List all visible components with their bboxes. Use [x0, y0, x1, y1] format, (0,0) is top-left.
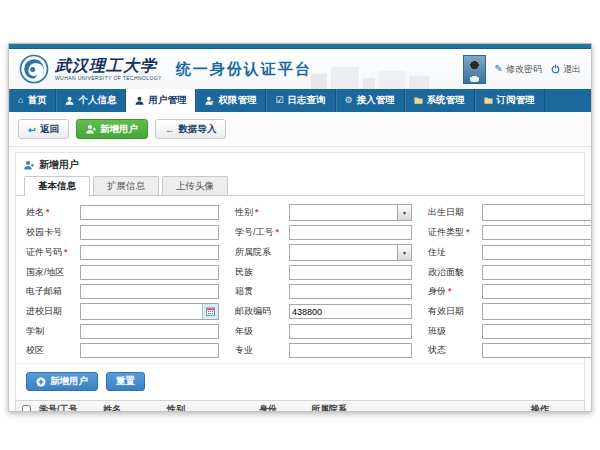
university-logo-icon: [19, 54, 49, 84]
department-select[interactable]: ▼: [289, 244, 412, 261]
folder-icon: [484, 96, 493, 105]
field-label: 电子邮箱: [26, 286, 62, 296]
required-marker: *: [64, 247, 68, 257]
schooling-length-input[interactable]: [80, 324, 219, 339]
schooling-length-field: 学制: [26, 324, 219, 339]
app-window: 武汉理工大学 WUHAN UNIVERSITY OF TECHNOLOGY 统一…: [8, 43, 592, 412]
pencil-icon: ✎: [495, 64, 503, 74]
submit-add-user-button[interactable]: 新增用户: [26, 372, 98, 391]
nav-item-system-management[interactable]: 系统管理: [405, 89, 475, 112]
reset-button[interactable]: 重置: [106, 372, 145, 391]
field-label: 年级: [235, 326, 253, 336]
caret-down-icon: ▼: [397, 205, 411, 220]
nav-item-home[interactable]: ⌂ 首页: [9, 89, 56, 112]
id-type-field: 证件类型*: [428, 225, 592, 240]
ethnicity-input[interactable]: [289, 265, 412, 280]
valid-date-field: 有效日期: [428, 303, 592, 320]
id-type-input[interactable]: [482, 225, 592, 240]
back-icon: ↩: [28, 124, 36, 135]
status-input[interactable]: [482, 343, 592, 358]
column-department: 所属院系: [308, 403, 528, 413]
tab-upload-avatar[interactable]: 上传头像: [162, 176, 228, 195]
reset-label: 重置: [116, 375, 135, 388]
user-icon: [135, 96, 144, 105]
university-name-en: WUHAN UNIVERSITY OF TECHNOLOGY: [55, 76, 162, 81]
campus-card-input[interactable]: [80, 225, 219, 240]
birth-date-input[interactable]: [483, 205, 592, 220]
nav-item-subscription-management[interactable]: 订阅管理: [475, 89, 545, 112]
form-tabs: 基本信息 扩展信息 上传头像: [16, 176, 584, 196]
field-label: 籍贯: [235, 286, 253, 296]
student-id-field: 学号/工号*: [235, 225, 412, 240]
caret-down-icon: ▼: [397, 245, 411, 260]
change-password-link[interactable]: ✎ 修改密码: [495, 63, 542, 76]
class-field: 班级: [428, 324, 592, 339]
user-table: 学号/工号 姓名 性别 身份 所属院系 操作: [15, 400, 585, 412]
field-label: 民族: [235, 267, 253, 277]
user-avatar[interactable]: [463, 55, 486, 84]
nav-item-user-management[interactable]: 用户管理: [126, 89, 196, 112]
major-field: 专业: [235, 343, 412, 358]
user-plus-icon: [86, 124, 96, 134]
data-import-label: 数据导入: [178, 123, 216, 136]
field-label: 状态: [428, 345, 446, 355]
add-user-toolbar-button[interactable]: 新增用户: [76, 119, 148, 139]
select-all-checkbox[interactable]: [22, 405, 31, 413]
nav-item-access-management[interactable]: ⚙ 接入管理: [336, 89, 405, 112]
postal-code-input[interactable]: [289, 304, 412, 319]
id-number-input[interactable]: [80, 245, 219, 260]
email-input[interactable]: [80, 284, 219, 299]
political-status-input[interactable]: [482, 265, 592, 280]
logout-link[interactable]: 退出: [551, 63, 581, 76]
import-icon: ←: [165, 124, 175, 135]
major-input[interactable]: [289, 343, 412, 358]
enroll-date-input[interactable]: [81, 304, 202, 319]
field-label: 班级: [428, 326, 446, 336]
calendar-icon[interactable]: [202, 304, 218, 319]
department-field: 所属院系 ▼: [235, 244, 412, 261]
nav-label: 系统管理: [427, 94, 465, 107]
brand-block: 武汉理工大学 WUHAN UNIVERSITY OF TECHNOLOGY: [55, 58, 162, 81]
required-marker: *: [255, 207, 259, 217]
name-field: 姓名*: [26, 204, 219, 221]
column-gender: 性别: [164, 403, 256, 413]
university-name: 武汉理工大学: [55, 58, 162, 74]
data-import-button[interactable]: ← 数据导入: [155, 119, 227, 139]
nav-item-permission-management[interactable]: 权限管理: [196, 89, 266, 112]
political-status-field: 政治面貌: [428, 265, 592, 280]
native-place-input[interactable]: [289, 284, 412, 299]
tab-extended-info[interactable]: 扩展信息: [93, 176, 159, 195]
basic-info-form: 姓名* 性别* ▼ 出生日期 校园卡号 学号/工号*: [16, 196, 584, 363]
tab-basic-info[interactable]: 基本信息: [24, 176, 90, 196]
field-label: 政治面貌: [428, 267, 464, 277]
nav-label: 日志查询: [288, 94, 326, 107]
campus-input[interactable]: [80, 343, 219, 358]
add-user-plus-icon: [24, 160, 34, 170]
nav-item-personal-info[interactable]: 个人信息: [56, 89, 126, 112]
nav-label: 订阅管理: [497, 94, 535, 107]
field-label: 有效日期: [428, 306, 464, 316]
country-region-field: 国家/地区: [26, 265, 219, 280]
country-region-input[interactable]: [80, 265, 219, 280]
campus-field: 校区: [26, 343, 219, 358]
toolbar: ↩ 返回 新增用户 ← 数据导入: [9, 112, 591, 147]
grade-input[interactable]: [289, 324, 412, 339]
back-label: 返回: [40, 123, 59, 136]
class-input[interactable]: [482, 324, 592, 339]
gender-field: 性别* ▼: [235, 204, 412, 221]
address-field: 住址: [428, 244, 592, 261]
identity-input[interactable]: [482, 284, 592, 299]
address-input[interactable]: [482, 245, 592, 260]
student-id-input[interactable]: [289, 225, 412, 240]
ethnicity-field: 民族: [235, 265, 412, 280]
nav-item-log-query[interactable]: ☑ 日志查询: [266, 89, 335, 112]
user-icon: [65, 96, 74, 105]
gender-select[interactable]: ▼: [289, 204, 412, 221]
name-input[interactable]: [80, 205, 219, 220]
email-field: 电子邮箱: [26, 284, 219, 299]
valid-date-input[interactable]: [483, 304, 592, 319]
identity-field: 身份*: [428, 284, 592, 299]
field-label: 所属院系: [235, 247, 271, 257]
back-button[interactable]: ↩ 返回: [18, 119, 69, 139]
field-label: 住址: [428, 247, 446, 257]
